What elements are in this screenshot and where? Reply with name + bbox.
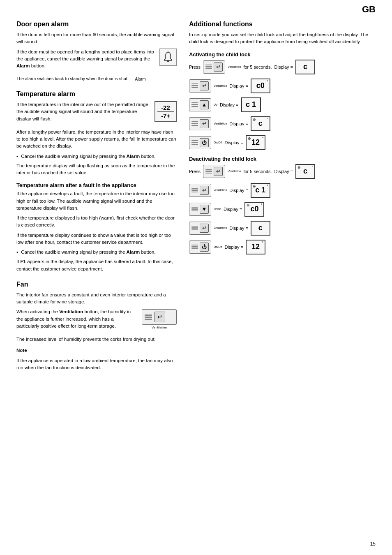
panel-vent-d2: ↵ <box>189 184 211 197</box>
for-label-1: for 5 seconds. <box>243 65 272 69</box>
display-box-1: c <box>295 60 315 74</box>
vent-label-d4: Ventilation <box>214 227 227 229</box>
panel-onoff-d5: ⏻ <box>189 240 211 254</box>
fault-p2: If the temperature displayed is too high… <box>16 215 177 229</box>
door-alarm-p1: If the door is left open for more than 6… <box>16 31 177 46</box>
display-eq-5: Display = <box>225 140 244 145</box>
ventilation-button-illus: ↵ Ventilation <box>142 309 177 329</box>
deactivate-step-2: ↵ Ventilation Display = ⊕ c 1 ° <box>189 183 376 198</box>
deactivate-title: Deactivating the child lock <box>189 156 376 162</box>
deactivate-step-1: Press ↵ Ventilation for 5 seconds. Displ… <box>189 164 376 179</box>
panel-vent-1: ↵ <box>203 60 225 74</box>
door-alarm-title: Door open alarm <box>16 21 177 28</box>
display-eq-d1: Display = <box>274 169 293 174</box>
fan-p1: The interior fan ensures a constant and … <box>16 291 177 306</box>
temp-alarm-bullet1: • Cancel the audible warning signal by p… <box>16 153 177 160</box>
press-label-d1: Press <box>189 169 201 174</box>
alarm-bell-icon <box>163 51 173 63</box>
additional-title: Additional functions <box>189 21 376 28</box>
panel-down-d3: ▼ <box>189 203 211 216</box>
display-box-d3: ⊕ c0 ° <box>244 202 264 217</box>
display-box-2: c0 ° <box>251 79 270 93</box>
display-eq-1: Display = <box>274 65 293 69</box>
display-eq-d4: Display = <box>229 226 248 231</box>
display-eq-3: Display = <box>220 102 239 107</box>
activate-step-4: ↵ Ventilation Display = ⊕ c ° <box>189 116 376 131</box>
fan-title: Fan <box>16 281 177 288</box>
panel-vent-2: ↵ <box>189 79 211 92</box>
temp-alarm-title: Temperature alarm <box>16 90 177 98</box>
left-column: Door open alarm If the door is left open… <box>16 12 177 374</box>
alarm-icon-box <box>159 49 177 66</box>
vent-label-d1: Ventilation <box>228 170 241 173</box>
fault-title: Temperature alarm after a fault in the a… <box>16 182 177 188</box>
display-box-d5: 12 ° <box>246 240 265 254</box>
vent-label-step2: Ventilation <box>214 84 227 87</box>
panel-vent-d1: ↵ <box>203 165 225 178</box>
additional-p1: In set-up mode you can set the child loc… <box>189 31 376 46</box>
display-eq-4: Display = <box>229 121 248 126</box>
temp-alarm-p1: If the temperatures in the interior are … <box>16 101 150 123</box>
display-box-4: ⊕ c ° <box>251 116 270 131</box>
gb-badge: GB <box>362 4 376 15</box>
up-label-step3: Up <box>214 103 217 106</box>
display-box-d4: c <box>251 221 270 236</box>
temp-display-icon: -22 -7+ <box>154 101 177 122</box>
panel-onoff-5: ⏻ <box>189 136 211 149</box>
display-eq-d3: Display = <box>224 207 242 212</box>
panel-vent-d4: ↵ <box>189 222 211 235</box>
right-column: Additional functions In set-up mode you … <box>189 12 376 374</box>
deactivate-step-4: ↵ Ventilation Display = c <box>189 221 376 236</box>
display-box-d2: ⊕ c 1 ° <box>251 183 270 198</box>
panel-vent-4: ↵ <box>189 117 211 130</box>
door-alarm-p3: The alarm switches back to standby when … <box>16 76 177 82</box>
vent-label-step4: Ventilation <box>214 122 227 125</box>
onoff-label-step5: On/Off <box>214 141 222 144</box>
activate-step-5: ⏻ On/Off Display = ⊕ 12 ° <box>189 135 376 150</box>
door-alarm-p2: If the door must be opened for a lengthy… <box>16 49 156 70</box>
deactivate-step-5: ⏻ On/Off Display = 12 ° <box>189 240 376 254</box>
activate-title: Activating the child lock <box>189 51 376 58</box>
temp-alarm-bullet2: • Cancel the audible warning signal by p… <box>16 249 177 256</box>
vent-label-d2: Ventilation <box>214 189 227 192</box>
activate-step-3: ▲ Up Display = c 1 <box>189 97 376 112</box>
fault-p4: If F1 appears in the display, the applia… <box>16 258 177 273</box>
display-eq-2: Display = <box>229 83 248 88</box>
fan-p2: When activating the Ventilation button, … <box>16 308 138 330</box>
temp-alarm-p3: The temperature display will stop flashi… <box>16 162 177 177</box>
temp-alarm-p2: After a lengthy power failure, the tempe… <box>16 129 177 150</box>
activate-step-2: ↵ Ventilation Display = c0 ° <box>189 79 376 93</box>
vent-label: Ventilation <box>142 326 177 329</box>
fan-note-p: If the appliance is operated in a low am… <box>16 357 177 372</box>
deactivate-step-3: ▼ Down Display = ⊕ c0 ° <box>189 202 376 217</box>
fault-p3: If the temperature display continues to … <box>16 232 177 246</box>
vent-label-step1: Ventilation <box>228 65 241 68</box>
display-box-5: ⊕ 12 ° <box>246 135 265 150</box>
panel-up: ▲ <box>189 98 211 111</box>
onoff-label-d5: On/Off <box>214 245 222 248</box>
press-label-1: Press <box>189 65 201 69</box>
activate-step-1: Press ↵ Ventilation for 5 seconds. Displ… <box>189 60 376 74</box>
page-number: 15 <box>370 541 376 547</box>
fault-p1: If the appliance develops a fault, the t… <box>16 190 177 212</box>
fan-p3: The increased level of humidity prevents… <box>16 336 177 343</box>
display-box-d1: ⊕ c ° <box>295 164 315 179</box>
display-eq-d5: Display = <box>225 245 244 250</box>
display-eq-d2: Display = <box>229 188 248 193</box>
down-label-d3: Down <box>214 208 221 210</box>
display-box-3: c 1 <box>241 97 261 112</box>
for-label-d1: for 5 seconds. <box>243 169 272 174</box>
fan-note-title: Note <box>16 347 177 354</box>
